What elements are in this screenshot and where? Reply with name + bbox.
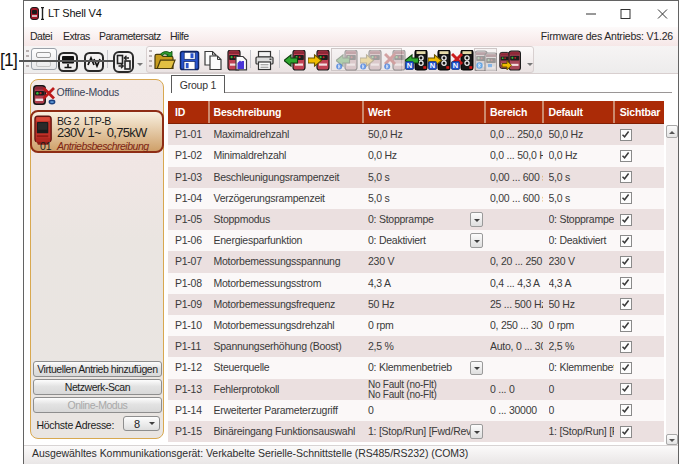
svg-text:N: N bbox=[430, 61, 435, 70]
svg-text:N: N bbox=[453, 61, 458, 70]
svg-text:N: N bbox=[406, 61, 411, 70]
